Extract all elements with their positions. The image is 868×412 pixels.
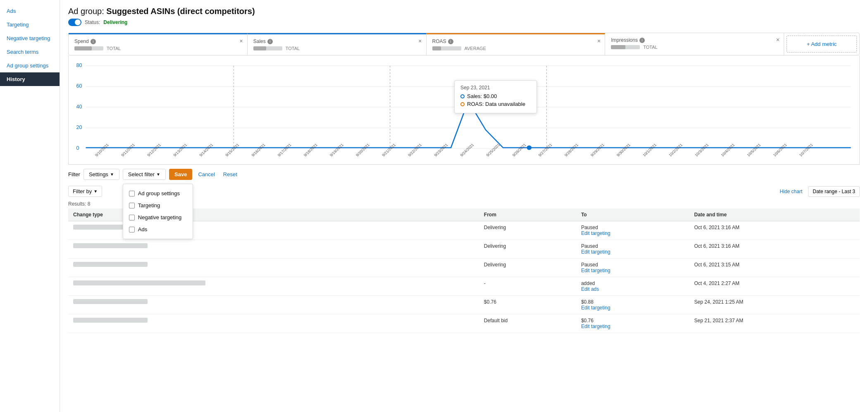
edit-targeting-link-2[interactable]: Edit targeting <box>581 268 610 273</box>
svg-text:9/25/2021: 9/25/2021 <box>486 143 501 157</box>
roas-close-icon[interactable]: × <box>597 38 601 44</box>
cell-change-type-5 <box>68 314 479 333</box>
cell-from-4: $0.76 <box>479 296 576 314</box>
cell-to-2: PausedEdit targeting <box>576 259 689 277</box>
table-row: Default bid $0.76Edit targeting Sep 21, … <box>68 314 860 333</box>
svg-text:9/12/2021: 9/12/2021 <box>146 143 162 157</box>
settings-chevron-icon: ▼ <box>110 172 114 177</box>
svg-point-13 <box>527 146 532 150</box>
svg-text:9/28/2021: 9/28/2021 <box>564 143 579 157</box>
sidebar-item-ad-group-settings[interactable]: Ad group settings <box>0 59 60 72</box>
svg-text:60: 60 <box>76 83 82 89</box>
reset-button[interactable]: Reset <box>221 169 240 180</box>
blurred-text-1 <box>73 243 148 248</box>
cell-to-4: $0.88Edit targeting <box>576 296 689 314</box>
sidebar-item-negative-targeting[interactable]: Negative targeting <box>0 31 60 45</box>
table-row: - addedEdit ads Oct 4, 2021 2:27 AM <box>68 277 860 296</box>
cell-date-1: Oct 6, 2021 3:16 AM <box>689 240 860 259</box>
select-filter-button[interactable]: Select filter ▼ <box>123 169 166 180</box>
svg-text:9/30/2021: 9/30/2021 <box>616 143 631 157</box>
sales-info-icon[interactable]: i <box>267 39 273 44</box>
sales-close-icon[interactable]: × <box>418 38 422 44</box>
save-button[interactable]: Save <box>169 169 192 180</box>
svg-text:9/22/2021: 9/22/2021 <box>407 143 422 157</box>
hide-chart-button[interactable]: Hide chart <box>777 187 805 196</box>
metric-card-impressions: Impressions i TOTAL × <box>605 33 784 55</box>
impressions-close-icon[interactable]: × <box>776 36 780 43</box>
edit-ads-link-3[interactable]: Edit ads <box>581 286 599 292</box>
checkbox-targeting[interactable] <box>129 203 135 208</box>
svg-text:9/26/2021: 9/26/2021 <box>512 143 527 157</box>
metrics-row: Spend i TOTAL × Sales i TOTAL <box>68 33 860 55</box>
chart-container: 80 60 40 20 0 9/10/2 <box>68 55 860 165</box>
status-toggle[interactable] <box>68 19 81 26</box>
svg-text:9/27/2021: 9/27/2021 <box>538 143 553 157</box>
cell-to-0: PausedEdit targeting <box>576 221 689 240</box>
spend-metric-label: TOTAL <box>107 46 121 51</box>
sidebar-item-ads[interactable]: Ads <box>0 4 60 18</box>
svg-text:10/6/2021: 10/6/2021 <box>773 143 788 157</box>
svg-text:9/17/2021: 9/17/2021 <box>277 143 292 157</box>
tooltip-sales: Sales: $0.00 <box>460 93 531 99</box>
svg-text:9/29/2021: 9/29/2021 <box>590 143 605 157</box>
metric-card-roas: ROAS i AVERAGE × <box>427 33 606 55</box>
cell-date-0: Oct 6, 2021 3:16 AM <box>689 221 860 240</box>
svg-text:10/3/2021: 10/3/2021 <box>694 143 709 157</box>
svg-text:40: 40 <box>76 104 82 110</box>
roas-info-icon[interactable]: i <box>448 39 453 44</box>
svg-text:10/2/2021: 10/2/2021 <box>668 143 683 157</box>
svg-text:10/5/2021: 10/5/2021 <box>746 143 762 157</box>
edit-targeting-link-4[interactable]: Edit targeting <box>581 305 610 311</box>
select-filter-chevron-icon: ▼ <box>156 172 160 177</box>
filter-by-button[interactable]: Filter by ▼ <box>68 186 102 197</box>
status-value: Delivering <box>103 19 127 25</box>
sales-metric-label: TOTAL <box>286 46 300 51</box>
tooltip-sales-dot <box>460 94 465 98</box>
svg-text:9/13/2021: 9/13/2021 <box>172 143 188 157</box>
checkbox-ad-group-settings[interactable] <box>129 191 135 196</box>
filter-option-targeting[interactable]: Targeting <box>123 199 193 211</box>
edit-targeting-link-5[interactable]: Edit targeting <box>581 323 610 329</box>
cell-from-3: - <box>479 277 576 296</box>
svg-text:20: 20 <box>76 125 82 130</box>
tooltip-roas: ROAS: Data unavailable <box>460 101 531 107</box>
sidebar-item-search-terms[interactable]: Search terms <box>0 45 60 59</box>
edit-targeting-link-0[interactable]: Edit targeting <box>581 230 610 236</box>
impressions-metric-label: TOTAL <box>643 45 657 50</box>
cell-change-type-1 <box>68 240 479 259</box>
svg-text:9/10/2021: 9/10/2021 <box>94 143 110 157</box>
checkbox-ads[interactable] <box>129 227 135 232</box>
cell-from-2: Delivering <box>479 259 576 277</box>
date-range-button[interactable]: Date range - Last 3 <box>808 186 860 197</box>
edit-targeting-link-1[interactable]: Edit targeting <box>581 249 610 255</box>
checkbox-negative-targeting[interactable] <box>129 215 135 220</box>
sidebar-item-history[interactable]: History <box>0 72 60 86</box>
select-filter-container: Select filter ▼ Ad group settings Target… <box>123 169 166 180</box>
cell-from-5: Default bid <box>479 314 576 333</box>
svg-text:9/24/2021: 9/24/2021 <box>459 143 475 157</box>
spend-close-icon[interactable]: × <box>240 38 243 44</box>
add-metric-button[interactable]: + Add metric <box>787 36 857 53</box>
table-row: Delivering PausedEdit targeting Oct 6, 2… <box>68 259 860 277</box>
cell-date-2: Oct 6, 2021 3:15 AM <box>689 259 860 277</box>
status-bar: Status: Delivering <box>68 19 860 26</box>
settings-button[interactable]: Settings ▼ <box>83 169 119 180</box>
metric-title-roas: ROAS i <box>432 38 599 44</box>
impressions-info-icon[interactable]: i <box>639 38 645 43</box>
cell-to-1: PausedEdit targeting <box>576 240 689 259</box>
filter-by-chevron-icon: ▼ <box>93 189 98 194</box>
tooltip-date: Sep 23, 2021 <box>460 85 531 91</box>
svg-text:9/19/2021: 9/19/2021 <box>329 143 344 157</box>
cell-date-3: Oct 4, 2021 2:27 AM <box>689 277 860 296</box>
chart-tooltip: Sep 23, 2021 Sales: $0.00 ROAS: Data una… <box>454 80 537 113</box>
filter-option-ad-group-settings[interactable]: Ad group settings <box>123 187 193 199</box>
sidebar-item-targeting[interactable]: Targeting <box>0 18 60 31</box>
tooltip-roas-dot <box>460 102 465 106</box>
svg-text:9/18/2021: 9/18/2021 <box>303 143 318 157</box>
metric-card-sales: Sales i TOTAL × <box>248 33 427 55</box>
filter-option-negative-targeting[interactable]: Negative targeting <box>123 211 193 223</box>
cancel-button[interactable]: Cancel <box>196 169 217 180</box>
filter-option-ads[interactable]: Ads <box>123 223 193 235</box>
blurred-text-3 <box>73 280 205 285</box>
spend-info-icon[interactable]: i <box>91 39 96 44</box>
